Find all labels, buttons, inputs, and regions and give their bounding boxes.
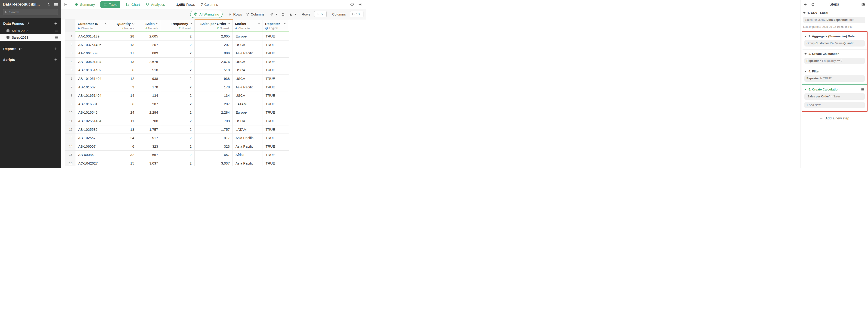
chevron-down-icon[interactable] (132, 23, 135, 25)
table-row[interactable]: 12AB-1025536131,75721,757LATAMTRUE (65, 125, 289, 134)
table-cell[interactable]: USCA (233, 74, 263, 83)
table-cell[interactable]: 15 (110, 159, 137, 166)
table-row[interactable]: 8AB-101651404141342134USCATRUE (65, 91, 289, 100)
table-cell[interactable]: AB-1025536 (75, 125, 110, 134)
column-header-frequency[interactable]: Frequency # Numeric (161, 20, 194, 31)
chevron-down-icon[interactable] (228, 23, 230, 25)
table-cell[interactable]: TRUE (263, 58, 289, 66)
import-button[interactable] (281, 12, 285, 16)
add-data-frame-icon[interactable] (54, 22, 58, 26)
table-cell[interactable]: 938 (194, 74, 233, 83)
table-cell[interactable]: 323 (137, 142, 161, 151)
filter-columns-button[interactable]: Columns (246, 12, 265, 16)
table-row[interactable]: 6AB-101051404129382938USCATRUE (65, 74, 289, 83)
row-number-cell[interactable]: 11 (65, 117, 75, 125)
table-cell[interactable]: 2 (161, 100, 194, 109)
table-cell[interactable]: 2 (161, 117, 194, 125)
table-cell[interactable]: 1,757 (194, 125, 233, 134)
table-cell[interactable]: Europe (233, 32, 263, 41)
sort-icon[interactable] (26, 22, 30, 25)
table-cell[interactable]: 134 (194, 91, 233, 100)
sort-icon[interactable] (19, 47, 22, 51)
column-header-customer-id[interactable]: Customer ID A Character (75, 20, 110, 31)
table-cell[interactable]: 17 (110, 49, 137, 58)
table-cell[interactable]: 11 (110, 117, 137, 125)
table-cell[interactable]: 134 (137, 91, 161, 100)
table-cell[interactable]: 178 (137, 83, 161, 92)
table-cell[interactable]: 2 (161, 32, 194, 41)
table-cell[interactable]: 889 (194, 49, 233, 58)
table-cell[interactable]: 510 (137, 66, 161, 74)
table-cell[interactable]: 207 (137, 41, 161, 49)
table-cell[interactable]: 32 (110, 151, 137, 159)
table-cell[interactable]: USCA (233, 58, 263, 66)
table-cell[interactable]: 2,605 (194, 32, 233, 41)
tab-summary[interactable]: Summary (74, 3, 95, 6)
chevron-down-icon[interactable] (189, 23, 192, 25)
table-cell[interactable]: 2 (161, 125, 194, 134)
table-cell[interactable]: 2,284 (194, 108, 233, 117)
table-cell[interactable]: 2 (161, 83, 194, 92)
row-number-cell[interactable]: 13 (65, 134, 75, 142)
item-menu-icon[interactable] (54, 36, 58, 39)
table-cell[interactable]: 2,284 (137, 108, 161, 117)
filter-rows-button[interactable]: Rows (228, 12, 242, 16)
table-cell[interactable]: 2 (161, 66, 194, 74)
row-number-cell[interactable]: 6 (65, 74, 75, 83)
table-cell[interactable]: AB-100601404 (75, 58, 110, 66)
row-number-cell[interactable]: 4 (65, 58, 75, 66)
table-cell[interactable]: 207 (194, 41, 233, 49)
table-cell[interactable]: AB-106007 (75, 142, 110, 151)
table-row[interactable]: 16AC-1042027153,03723,037Asia PacificTRU… (65, 159, 289, 166)
columns-limit-input[interactable]: 100 (350, 11, 364, 17)
table-cell[interactable]: 3 (110, 83, 137, 92)
row-number-cell[interactable]: 7 (65, 83, 75, 92)
table-cell[interactable]: TRUE (263, 134, 289, 142)
table-cell[interactable]: 323 (194, 142, 233, 151)
sidebar-menu-icon[interactable] (54, 3, 58, 6)
table-row[interactable]: 10AB-1016545242,28422,284EuropeTRUE (65, 108, 289, 117)
table-cell[interactable]: 917 (194, 134, 233, 142)
table-cell[interactable]: USCA (233, 117, 263, 125)
table-cell[interactable]: 3,037 (137, 159, 161, 166)
table-cell[interactable]: Asia Pacific (233, 159, 263, 166)
table-row[interactable]: 14AB-10600763232323Asia PacificTRUE (65, 142, 289, 151)
tab-analytics[interactable]: Analytics (146, 3, 165, 6)
row-number-cell[interactable]: 14 (65, 142, 75, 151)
table-cell[interactable]: 3,037 (194, 159, 233, 166)
table-row[interactable]: 11AB-102551404117082708USCATRUE (65, 117, 289, 125)
row-number-cell[interactable]: 12 (65, 125, 75, 134)
table-cell[interactable]: 2,676 (194, 58, 233, 66)
tab-table[interactable]: Table (100, 1, 120, 8)
table-cell[interactable]: AB-101051404 (75, 74, 110, 83)
comment-icon[interactable] (350, 3, 354, 6)
table-cell[interactable]: 178 (194, 83, 233, 92)
table-cell[interactable]: TRUE (263, 49, 289, 58)
table-cell[interactable]: LATAM (233, 100, 263, 109)
tab-chart[interactable]: Chart (126, 3, 140, 6)
table-cell[interactable]: USCA (233, 41, 263, 49)
table-cell[interactable]: 889 (137, 49, 161, 58)
rows-limit-input[interactable]: 50 (314, 11, 327, 17)
table-cell[interactable]: TRUE (263, 66, 289, 74)
table-cell[interactable]: 657 (194, 151, 233, 159)
table-cell[interactable]: AA-1064559 (75, 49, 110, 58)
collapse-left-icon[interactable] (64, 3, 68, 6)
row-number-cell[interactable]: 3 (65, 49, 75, 58)
table-cell[interactable]: LATAM (233, 125, 263, 134)
table-cell[interactable]: TRUE (263, 83, 289, 92)
add-report-icon[interactable] (54, 47, 58, 51)
table-cell[interactable]: Asia Pacific (233, 142, 263, 151)
table-cell[interactable]: 13 (110, 125, 137, 134)
row-number-cell[interactable]: 1 (65, 32, 75, 41)
table-cell[interactable]: AB-101051402 (75, 66, 110, 74)
table-cell[interactable]: AB-1016531 (75, 100, 110, 109)
collapse-right-icon[interactable] (358, 3, 363, 6)
table-cell[interactable]: TRUE (263, 159, 289, 166)
table-cell[interactable]: Asia Pacific (233, 83, 263, 92)
table-cell[interactable]: TRUE (263, 100, 289, 109)
table-cell[interactable]: 2 (161, 159, 194, 166)
table-cell[interactable]: 708 (137, 117, 161, 125)
table-cell[interactable]: TRUE (263, 108, 289, 117)
table-cell[interactable]: 12 (110, 74, 137, 83)
